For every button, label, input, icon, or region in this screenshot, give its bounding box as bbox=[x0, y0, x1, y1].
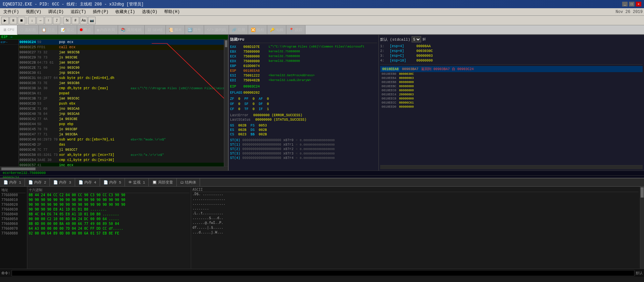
reg-ebp-val[interactable]: 01DD0074 bbox=[243, 64, 267, 68]
tab-cpu[interactable]: 🖥 CPU bbox=[0, 25, 17, 35]
tab-note[interactable]: 📝 笔记 bbox=[58, 25, 77, 34]
menu-options[interactable]: 选项(O) bbox=[140, 9, 160, 15]
menu-debug[interactable]: 调试(D) bbox=[46, 9, 66, 15]
stack-addr-3[interactable]: [esp+C] bbox=[390, 54, 414, 58]
mem-hex-row[interactable]: 90 90 90 90 E8 A1 1D 01 D1 B8 ........ bbox=[29, 207, 189, 212]
tab-callstack[interactable]: 📚 调用堆栈 bbox=[118, 25, 145, 34]
table-row[interactable]: 00903C49 66:2973 70 sub word ptr ds:[ebx… bbox=[19, 137, 224, 142]
table-row[interactable]: 00903C45 70 78 jo 903CBF bbox=[19, 127, 224, 132]
reg-edx-val[interactable]: 75080000 bbox=[243, 59, 267, 63]
reg-eax-val[interactable]: 008D1D7E bbox=[243, 45, 267, 49]
mem-hex-row[interactable]: 64 A3 00 00 00 00 7D 04 24 0C FF DD CC d… bbox=[29, 227, 189, 231]
hash-button[interactable]: # bbox=[72, 17, 79, 24]
table-row[interactable]: 00903C47 77 71 ja 903CBA bbox=[19, 132, 224, 137]
table-row[interactable]: 00903C25 FFD1 call ecx bbox=[19, 45, 224, 50]
reg-eip-val[interactable]: 00903C24 bbox=[243, 85, 267, 89]
flag-if-val[interactable]: 1 bbox=[267, 107, 269, 111]
step-out-button[interactable]: ↑ bbox=[45, 17, 52, 24]
mem-hex-row[interactable]: 02 00 00 64 89 0D 00 00 00 6A 01 57 EB 8… bbox=[29, 231, 189, 236]
stop-button[interactable]: ⏹ bbox=[18, 17, 25, 24]
table-row[interactable]: 00903C54 3A4E 30 cmp cl,byte ptr ds:[esi… bbox=[19, 158, 224, 163]
maximize-button[interactable]: □ bbox=[629, 2, 634, 6]
seg-ds-val[interactable]: 002B bbox=[259, 128, 267, 132]
tab-source[interactable]: </> 源代码 bbox=[204, 25, 229, 34]
bottom-tab-watch[interactable]: 👁 监视 1 bbox=[125, 178, 149, 186]
table-row[interactable]: 00903C24 59 pop ecx bbox=[19, 40, 224, 45]
mem-hex-row[interactable]: 8B 0D 00 00 00 BA 40 00 66 77 49 08 89 5… bbox=[29, 222, 189, 227]
stack-addr-1[interactable]: [esp+4] bbox=[390, 44, 414, 48]
close-button[interactable]: ✕ bbox=[636, 2, 641, 6]
flag-df-val[interactable]: 0 bbox=[267, 102, 269, 106]
table-row[interactable]: 00903C44 5D pop ebp bbox=[19, 122, 224, 127]
bottom-tab-mem2[interactable]: 📄 内存 2 bbox=[25, 178, 50, 186]
table-row[interactable]: 00903C2B 64:73 61 jae 903C8F bbox=[19, 60, 224, 65]
bottom-tab-mem5[interactable]: 📄 内存 5 bbox=[100, 178, 125, 186]
step-over-button[interactable]: → bbox=[37, 17, 44, 24]
seg-cs-val[interactable]: 0023 bbox=[238, 133, 246, 136]
tab-seh[interactable]: ⛓ SEH链 bbox=[145, 25, 166, 34]
table-row[interactable]: 00903C31 66:2877 64 sub byte ptr ds:[edi… bbox=[19, 76, 224, 81]
table-row[interactable]: 00903C4D 2F das bbox=[19, 142, 224, 147]
mem-hex-row[interactable]: 90 90 90 90 90 90 90 90 90 90 90 90 90 9… bbox=[29, 198, 189, 203]
table-row[interactable]: 00903C36 73 7E jae 903CB6 bbox=[19, 81, 224, 86]
menu-trace[interactable]: 追踪(T) bbox=[69, 9, 88, 15]
seg-gs-val[interactable]: 002B bbox=[238, 124, 246, 127]
tab-breakpoint[interactable]: 断点 bbox=[77, 25, 94, 34]
menu-file[interactable]: 文件(F) bbox=[1, 9, 21, 15]
table-row[interactable]: 00903C40 7B 64 jnp 903CA6 bbox=[19, 111, 224, 117]
table-row[interactable]: 00903C27 73 32 jae 903C5B bbox=[19, 50, 224, 55]
flag-pf-val[interactable]: 0 bbox=[253, 97, 255, 101]
table-row[interactable]: 00903C3A 61 popad bbox=[19, 91, 224, 96]
flag-zf-val[interactable]: 0 bbox=[238, 97, 240, 101]
stack-val-1[interactable]: 00008AA bbox=[416, 44, 444, 48]
reg-edi-val[interactable]: 7509482B bbox=[243, 79, 267, 82]
reg-esp-val[interactable]: 0018EEA8 bbox=[243, 69, 267, 73]
menu-help[interactable]: 帮助(H) bbox=[162, 9, 182, 15]
mem-hex-row[interactable]: 90 90 90 90 90 90 90 90 90 90 90 90 90 9… bbox=[29, 203, 189, 207]
pause-button[interactable]: ⏸ bbox=[10, 17, 17, 24]
tab-trace[interactable]: 📍 跟踪 bbox=[286, 25, 305, 34]
menu-plugin[interactable]: 插件(P) bbox=[91, 9, 111, 15]
tab-handle[interactable]: 🔑 句柄 bbox=[267, 25, 286, 34]
snapshot-button[interactable]: 📷 bbox=[88, 17, 96, 24]
bottom-tab-mem1[interactable]: 📄 内存 1 bbox=[0, 178, 25, 186]
reg-ecx-val[interactable]: 75080000 bbox=[243, 55, 267, 58]
run-to-button[interactable]: ⤴ bbox=[53, 17, 60, 24]
table-row[interactable]: 00903C3B 73 2F jae 903C6C bbox=[19, 96, 224, 101]
seg-es-val[interactable]: 002B bbox=[238, 128, 246, 132]
stack-dropdown[interactable]: 5 bbox=[412, 36, 421, 42]
bottom-tab-mem4[interactable]: 📄 内存 4 bbox=[75, 178, 100, 186]
mem-hex-row[interactable]: 8B 4C 04 E6 74 05 E8 A1 1D 01 D0 B8 ....… bbox=[29, 212, 189, 217]
reg-esi-val[interactable]: 75091222 bbox=[243, 74, 267, 78]
mem-hex-row[interactable]: 8B 44 24 04 CC C2 04 00 CC 90 C3 90 CC C… bbox=[29, 193, 189, 198]
flag-cf-val[interactable]: 0 bbox=[238, 107, 240, 111]
step-into-button[interactable]: ↓ bbox=[28, 17, 36, 24]
bottom-tab-mem3[interactable]: 📄 内存 3 bbox=[50, 178, 75, 186]
table-row[interactable]: 00903C57 41 inc ecx bbox=[19, 163, 224, 166]
minimize-button[interactable]: _ bbox=[622, 2, 628, 6]
table-row[interactable]: 00903C42 77 4A ja 903C8E bbox=[19, 117, 224, 122]
seg-ss-val[interactable]: 002B bbox=[259, 133, 267, 136]
flag-sf-val[interactable]: 0 bbox=[253, 102, 255, 106]
flag-of-val[interactable]: 0 bbox=[238, 102, 240, 106]
tab-script[interactable]: 📜 脚本 bbox=[166, 25, 185, 34]
table-row[interactable]: 00903C50 65:3261 73 xor ah,byte ptr gs:[… bbox=[19, 152, 224, 158]
stack-scrollbar[interactable] bbox=[380, 165, 643, 169]
bottom-tab-struct[interactable]: 🗂 结构体 bbox=[177, 178, 200, 186]
tab-flow[interactable]: ⬡ 流程图 bbox=[17, 25, 39, 34]
mem-hex-row[interactable]: 00 00 00 C2 10 00 8D 84 24 DC 00 00 64 .… bbox=[29, 217, 189, 222]
font-button[interactable]: Aa bbox=[80, 17, 87, 24]
table-row[interactable]: 00903C4E 7C 77 jl 903CC7 bbox=[19, 147, 224, 152]
mem-scrollbar[interactable] bbox=[640, 187, 644, 269]
bottom-tab-locals[interactable]: 🔲 局部变量 bbox=[149, 178, 177, 186]
tab-memory-layout[interactable]: ▦ 内存布局 bbox=[94, 25, 118, 34]
tab-ref[interactable]: 🔗 引用 bbox=[229, 25, 248, 34]
tab-symbol[interactable]: 🔣 符号 bbox=[185, 25, 204, 34]
stack-val-3[interactable]: 00000003 bbox=[416, 54, 444, 58]
run-button[interactable]: ▶ bbox=[1, 17, 9, 24]
reg-eflags-val[interactable]: 00000202 bbox=[243, 91, 271, 95]
tab-thread[interactable]: 🔀 线程 bbox=[248, 25, 267, 34]
table-row[interactable]: 00903C30 61 jnp 903C94 bbox=[19, 70, 224, 76]
fx-button[interactable]: fx bbox=[63, 17, 71, 24]
stack-val-2[interactable]: 0003030C bbox=[416, 49, 444, 53]
